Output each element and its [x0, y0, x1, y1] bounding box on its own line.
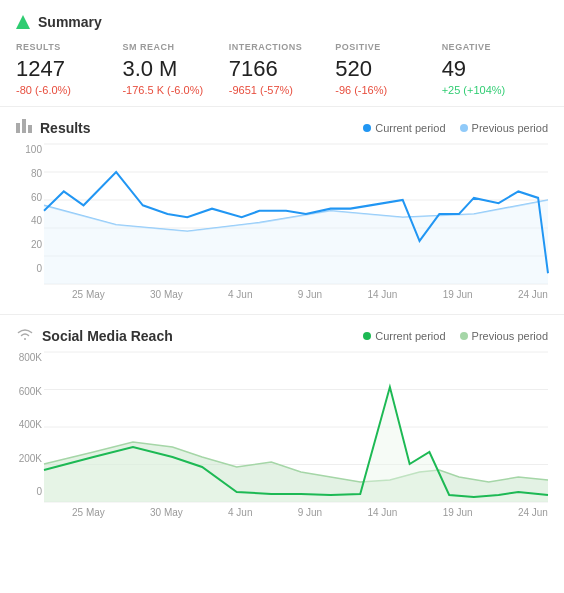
metrics-row: RESULTS 1247 -80 (-6.0%) SM REACH 3.0 M … [16, 42, 548, 96]
metric-change-0: -80 (-6.0%) [16, 84, 122, 96]
svg-rect-2 [28, 125, 32, 133]
social-current-dot [363, 332, 371, 340]
metric-value-3: 520 [335, 56, 441, 82]
results-legend: Current period Previous period [363, 122, 548, 134]
metric-change-4: +25 (+104%) [442, 84, 548, 96]
social-previous-legend: Previous period [460, 330, 548, 342]
metric-label-1: SM REACH [122, 42, 228, 52]
social-current-legend: Current period [363, 330, 445, 342]
metric-value-0: 1247 [16, 56, 122, 82]
metric-change-2: -9651 (-57%) [229, 84, 335, 96]
bar-chart-icon [16, 119, 32, 136]
social-reach-x-axis: 25 May 30 May 4 Jun 9 Jun 14 Jun 19 Jun … [44, 505, 548, 518]
social-reach-title: Social Media Reach [16, 327, 173, 344]
metric-item-0: RESULTS 1247 -80 (-6.0%) [16, 42, 122, 96]
results-chart-title: Results [16, 119, 91, 136]
social-reach-y-axis: 800K 600K 400K 200K 0 [16, 352, 42, 497]
metric-label-2: INTERACTIONS [229, 42, 335, 52]
metric-item-3: POSITIVE 520 -96 (-16%) [335, 42, 441, 96]
results-previous-legend: Previous period [460, 122, 548, 134]
results-current-dot [363, 124, 371, 132]
social-previous-dot [460, 332, 468, 340]
results-chart-wrapper: 100 80 60 40 20 0 [16, 144, 548, 304]
metric-label-3: POSITIVE [335, 42, 441, 52]
results-y-axis: 100 80 60 40 20 0 [16, 144, 42, 274]
social-previous-label: Previous period [472, 330, 548, 342]
metric-value-2: 7166 [229, 56, 335, 82]
svg-rect-0 [16, 123, 20, 133]
metric-item-2: INTERACTIONS 7166 -9651 (-57%) [229, 42, 335, 96]
results-svg [44, 144, 548, 284]
social-reach-svg [44, 352, 548, 502]
metric-item-1: SM REACH 3.0 M -176.5 K (-6.0%) [122, 42, 228, 96]
social-reach-title-label: Social Media Reach [42, 328, 173, 344]
wifi-icon [16, 327, 34, 344]
summary-section: Summary RESULTS 1247 -80 (-6.0%) SM REAC… [0, 0, 564, 106]
results-current-legend: Current period [363, 122, 445, 134]
metric-change-1: -176.5 K (-6.0%) [122, 84, 228, 96]
metric-value-4: 49 [442, 56, 548, 82]
summary-title: Summary [16, 14, 548, 30]
metric-item-4: NEGATIVE 49 +25 (+104%) [442, 42, 548, 96]
social-reach-chart-wrapper: 800K 600K 400K 200K 0 25 May [16, 352, 548, 527]
results-chart-header: Results Current period Previous period [16, 119, 548, 136]
summary-label: Summary [38, 14, 102, 30]
results-previous-dot [460, 124, 468, 132]
results-x-axis: 25 May 30 May 4 Jun 9 Jun 14 Jun 19 Jun … [44, 287, 548, 300]
results-title-label: Results [40, 120, 91, 136]
metric-label-4: NEGATIVE [442, 42, 548, 52]
social-reach-header: Social Media Reach Current period Previo… [16, 327, 548, 344]
summary-icon [16, 15, 30, 29]
social-current-label: Current period [375, 330, 445, 342]
metric-label-0: RESULTS [16, 42, 122, 52]
svg-rect-1 [22, 119, 26, 133]
social-reach-section: Social Media Reach Current period Previo… [0, 315, 564, 537]
metric-change-3: -96 (-16%) [335, 84, 441, 96]
metric-value-1: 3.0 M [122, 56, 228, 82]
results-chart-section: Results Current period Previous period 1… [0, 107, 564, 314]
results-previous-label: Previous period [472, 122, 548, 134]
social-reach-legend: Current period Previous period [363, 330, 548, 342]
results-current-label: Current period [375, 122, 445, 134]
